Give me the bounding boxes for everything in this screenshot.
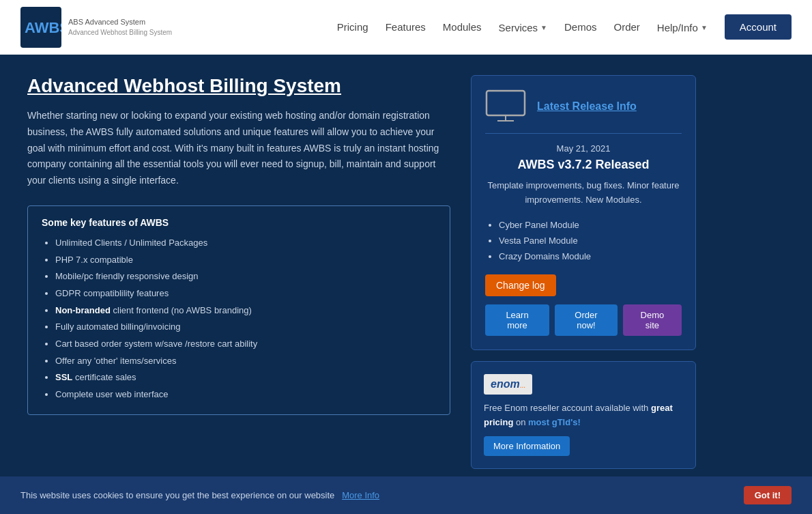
release-date: May 21, 2021 [485,143,682,154]
nav-item-pricing[interactable]: Pricing [337,21,368,33]
nav-links: Pricing Features Modules Services ▼ Demo… [337,21,792,33]
awbs-logo-icon: AWBS [20,7,61,48]
nav-item-features[interactable]: Features [386,21,426,33]
release-modules-list: Cyber Panel Module Vesta Panel Module Cr… [485,217,682,265]
navbar: AWBS ABS Advanced System Advanced Webhos… [0,0,812,55]
nav-link-order[interactable]: Order [614,21,640,33]
nav-item-helpinfo[interactable]: Help/Info ▼ [657,22,708,33]
cookie-got-it-button[interactable]: Got it! [744,486,792,504]
feature-item-8: SSL certificate sales [55,369,436,386]
feature-item-1: PHP 7.x compatible [55,252,436,269]
feature-item-6: Cart based order system w/save /restore … [55,336,436,353]
features-box-title: Some key features of AWBS [42,217,436,228]
nav-item-modules[interactable]: Modules [443,21,482,33]
release-card: Latest Release Info May 21, 2021 AWBS v3… [471,75,696,350]
nav-link-demos[interactable]: Demos [564,21,597,33]
demo-site-button[interactable]: Demo site [623,304,682,336]
cookie-more-info-link[interactable]: More Info [342,490,379,500]
monitor-icon [485,89,526,124]
latest-release-link[interactable]: Latest Release Info [537,100,637,113]
hero-title: Advanced Webhost Billing System [27,75,450,97]
right-column: Latest Release Info May 21, 2021 AWBS v3… [471,75,696,469]
nav-item-services[interactable]: Services ▼ [499,22,547,33]
nav-link-modules[interactable]: Modules [443,21,482,33]
account-button[interactable]: Account [725,14,792,40]
features-box: Some key features of AWBS Unlimited Clie… [27,205,450,415]
logo-text: ABS Advanced System Advanced Webhost Bil… [68,17,172,37]
nav-link-helpinfo[interactable]: Help/Info ▼ [657,22,708,33]
enom-logo-dots: ... [520,382,525,389]
enom-logo-text: enom [491,378,520,390]
module-item-1: Vesta Panel Module [499,233,682,248]
chevron-down-helpinfo-icon: ▼ [701,24,708,31]
chevron-down-icon: ▼ [540,24,547,31]
nav-item-account[interactable]: Account [725,21,792,33]
action-buttons: Learn more Order now! Demo site [485,304,682,336]
svg-text:AWBS: AWBS [25,19,61,36]
logo-container: AWBS ABS Advanced System Advanced Webhos… [20,7,172,48]
order-now-button[interactable]: Order now! [555,304,618,336]
feature-item-3: GDPR compatiblility features [55,285,436,302]
nav-link-services[interactable]: Services ▼ [499,22,547,33]
logo-title: ABS Advanced System [68,17,172,27]
module-item-0: Cyber Panel Module [499,217,682,233]
feature-item-9: Complete user web interface [55,386,436,403]
enom-card: enom... Free Enom reseller account avail… [471,361,696,470]
logo-subtitle: Advanced Webhost Billing System [68,28,172,38]
feature-item-7: Offer any 'other' items/services [55,353,436,370]
main-content: Advanced Webhost Billing System Whether … [0,55,812,489]
svg-rect-2 [487,91,525,115]
nav-item-demos[interactable]: Demos [564,21,597,33]
release-description: Template improvements, bug fixes. Minor … [485,179,682,208]
release-version: AWBS v3.7.2 Released [485,158,682,172]
release-card-header: Latest Release Info [485,89,682,134]
learn-more-button[interactable]: Learn more [485,304,549,336]
feature-item-5: Fully automated billing/invoicing [55,319,436,336]
module-item-2: Crazy Domains Module [499,248,682,264]
nav-link-features[interactable]: Features [386,21,426,33]
enom-logo-box: enom... [484,374,532,395]
left-column: Advanced Webhost Billing System Whether … [27,75,450,415]
feature-item-0: Unlimited Clients / Unlimited Packages [55,235,436,252]
nav-link-pricing[interactable]: Pricing [337,21,368,33]
changelog-button[interactable]: Change log [485,274,556,296]
cookie-bar: This website uses cookies to ensure you … [0,476,812,514]
enom-more-info-button[interactable]: More Information [484,436,570,456]
hero-description: Whether starting new or looking to expan… [27,108,450,189]
features-list: Unlimited Clients / Unlimited Packages P… [42,235,436,403]
enom-description: Free Enom reseller account available wit… [484,401,683,430]
feature-item-4: Non-branded client frontend (no AWBS bra… [55,302,436,319]
cookie-text: This website uses cookies to ensure you … [20,490,736,500]
feature-item-2: Mobile/pc friendly responsive design [55,268,436,285]
nav-item-order[interactable]: Order [614,21,640,33]
